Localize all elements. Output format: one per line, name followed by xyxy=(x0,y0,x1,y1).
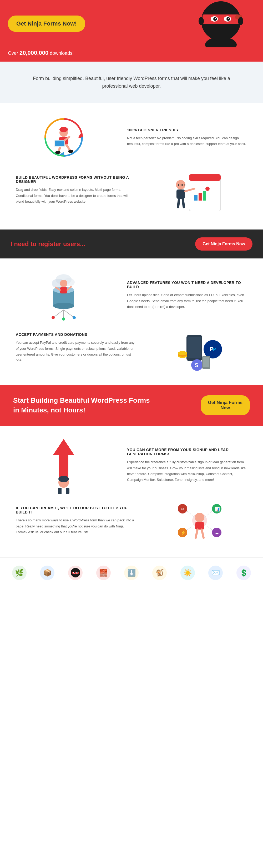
cta-text-1: I need to register users... xyxy=(10,240,85,248)
feature-body-dream: There's so many more ways to use a WordP… xyxy=(16,518,136,535)
feature-row-dream: ✉ 📊 ☁ ⚡ IF YOU CAN DREAM IT, WE'LL DO OU… xyxy=(8,497,255,544)
svg-rect-30 xyxy=(194,195,198,200)
svg-text:✉: ✉ xyxy=(180,507,184,512)
downloads-bar: Over 20,000,000 downloads! xyxy=(0,48,263,62)
svg-text:📊: 📊 xyxy=(215,507,220,512)
feature-title-beginner: 100% BEGINNER FRIENDLY xyxy=(127,128,247,132)
payments-illustration: P P S xyxy=(144,324,255,372)
svg-point-52 xyxy=(52,316,55,319)
footer-icon-zendesk[interactable]: ☀️ xyxy=(180,566,195,580)
feature-title-advanced: ADVANCED FEATURES YOU WON'T NEED A DEVEL… xyxy=(127,281,247,289)
hero-section: Get Ninja Forms Now! xyxy=(0,0,263,48)
feature-row-advanced: ADVANCED FEATURES YOU WON'T NEED A DEVEL… xyxy=(8,269,255,321)
svg-rect-67 xyxy=(203,357,209,367)
svg-point-73 xyxy=(58,476,69,482)
dropbox-icon: 📦 xyxy=(43,569,52,577)
feature-section-1: 100% BEGINNER FRIENDLY Not a tech person… xyxy=(0,103,263,229)
footer-icon-mailchimp[interactable]: 🐒 xyxy=(152,566,167,580)
svg-point-54 xyxy=(62,317,65,320)
feature-text-signup: YOU CAN GET MORE FROM YOUR SIGNUP AND LE… xyxy=(119,448,255,483)
cta-button-2-line1: Get Ninja Forms xyxy=(208,400,242,405)
downloads-prefix: Over xyxy=(8,51,20,56)
feature-section-2: ADVANCED FEATURES YOU WON'T NEED A DEVEL… xyxy=(0,258,263,385)
svg-marker-71 xyxy=(53,439,74,478)
svg-point-99 xyxy=(74,572,75,573)
feature-body-beginner: Not a tech person? No problem. No coding… xyxy=(127,135,247,147)
intro-text: Form building simplified. Beautiful, use… xyxy=(32,75,231,90)
svg-line-49 xyxy=(53,310,64,318)
cta-prefix: I need to xyxy=(10,240,38,247)
svg-point-79 xyxy=(195,513,204,522)
svg-line-41 xyxy=(183,199,184,207)
footer-icon-leaf[interactable]: 🌿 xyxy=(12,566,27,580)
svg-point-11 xyxy=(238,17,243,25)
svg-text:P: P xyxy=(213,347,216,352)
feature-body-signup: Experience the difference a fully custom… xyxy=(127,459,247,483)
svg-point-34 xyxy=(176,180,186,189)
svg-line-94 xyxy=(202,530,203,538)
feature-title-dream: IF YOU CAN DREAM IT, WE'LL DO OUR BEST T… xyxy=(16,506,136,514)
svg-rect-32 xyxy=(203,191,206,200)
svg-point-70 xyxy=(178,351,187,355)
feature-title-builder: BUILD BEAUTIFUL WORDPRESS FORMS WITHOUT … xyxy=(16,175,136,184)
cta-highlight: register users... xyxy=(38,240,85,247)
svg-point-33 xyxy=(205,187,209,191)
footer-icon-ninja[interactable] xyxy=(68,566,83,580)
cta-banner-2: Start Building Beautiful WordPress Forms… xyxy=(0,385,263,426)
cta-button-2[interactable]: Get Ninja Forms Now xyxy=(201,395,250,415)
cta-text-2: Start Building Beautiful WordPress Forms… xyxy=(13,396,155,415)
svg-rect-56 xyxy=(60,287,67,293)
svg-point-20 xyxy=(68,150,73,153)
svg-point-6 xyxy=(226,17,230,21)
stripe-icon: 💲 xyxy=(239,569,248,577)
download-icon: ⬇️ xyxy=(127,569,136,577)
leaf-icon: 🌿 xyxy=(15,569,24,577)
svg-text:S: S xyxy=(195,362,199,369)
feature-row-payments: P P S ACCEPT PAYMENTS AND DONATIONS You … xyxy=(8,324,255,372)
beginner-illustration xyxy=(8,114,119,161)
footer-icon-stripe[interactable]: 💲 xyxy=(236,566,251,580)
footer-icon-email[interactable]: ✉️ xyxy=(208,566,223,580)
hero-cta-button[interactable]: Get Ninja Forms Now! xyxy=(8,16,85,32)
feature-body-builder: Drag and drop fields. Easy row and colum… xyxy=(16,187,136,204)
feature-body-advanced: Let users upload files. Send or export s… xyxy=(127,292,247,310)
ninja-small-icon xyxy=(70,567,81,578)
svg-point-10 xyxy=(199,17,204,25)
feature-title-payments: ACCEPT PAYMENTS AND DONATIONS xyxy=(16,333,136,337)
signup-illustration xyxy=(8,436,119,494)
svg-line-93 xyxy=(196,530,198,538)
feature-text-payments: ACCEPT PAYMENTS AND DONATIONS You can ac… xyxy=(8,333,144,363)
mailchimp-icon: 🐒 xyxy=(156,569,164,577)
feature-text-beginner: 100% BEGINNER FRIENDLY Not a tech person… xyxy=(119,128,255,147)
svg-point-7 xyxy=(215,18,216,19)
svg-point-55 xyxy=(60,280,67,287)
cta-button-1[interactable]: Get Ninja Forms Now xyxy=(195,238,253,251)
cta-banner-1: I need to register users... Get Ninja Fo… xyxy=(0,229,263,258)
downloads-number: 20,000,000 xyxy=(20,50,48,56)
feature-body-payments: You can accept PayPal and credit card pa… xyxy=(16,340,136,363)
svg-point-47 xyxy=(53,303,74,309)
svg-line-18 xyxy=(66,145,70,151)
zendesk-icon: ☀️ xyxy=(183,569,192,577)
feature-text-dream: IF YOU CAN DREAM IT, WE'LL DO OUR BEST T… xyxy=(8,506,144,535)
feature-row-signup: YOU CAN GET MORE FROM YOUR SIGNUP AND LE… xyxy=(8,436,255,494)
svg-line-40 xyxy=(178,199,179,207)
svg-rect-25 xyxy=(189,174,221,181)
feature-text-builder: BUILD BEAUTIFUL WORDPRESS FORMS WITHOUT … xyxy=(8,175,144,204)
svg-rect-2 xyxy=(202,14,239,24)
advanced-illustration xyxy=(8,269,119,321)
svg-rect-22 xyxy=(55,141,64,146)
feature-row-builder: BUILD BEAUTIFUL WORDPRESS FORMS WITHOUT … xyxy=(8,164,255,216)
svg-point-19 xyxy=(55,151,61,154)
svg-rect-35 xyxy=(176,189,185,199)
downloads-suffix: downloads! xyxy=(48,51,74,56)
footer-icon-download[interactable]: ⬇️ xyxy=(124,566,139,580)
svg-rect-80 xyxy=(195,522,204,530)
email-icon: ✉️ xyxy=(211,569,220,577)
svg-point-53 xyxy=(73,316,76,319)
svg-rect-60 xyxy=(188,337,201,358)
footer-icon-dropbox[interactable]: 📦 xyxy=(40,566,55,580)
feature-title-signup: YOU CAN GET MORE FROM YOUR SIGNUP AND LE… xyxy=(127,448,247,456)
svg-line-50 xyxy=(64,310,74,318)
footer-icon-block[interactable]: 🧱 xyxy=(96,566,111,580)
